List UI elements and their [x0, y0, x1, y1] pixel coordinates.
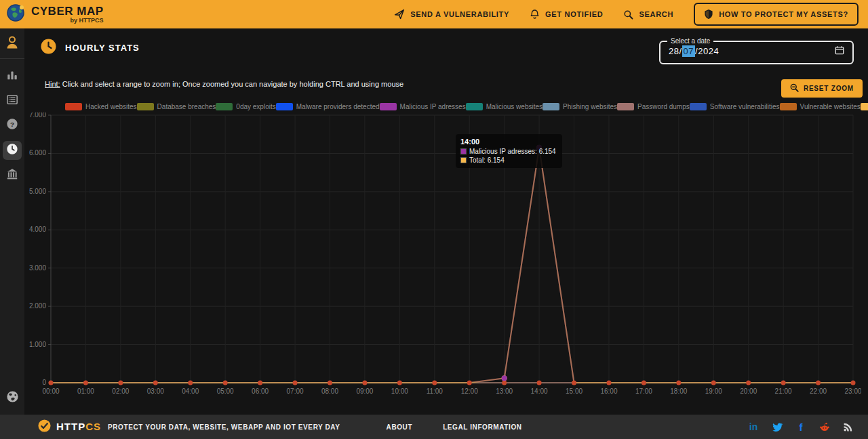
data-point[interactable] [502, 375, 507, 381]
data-point[interactable] [362, 381, 367, 385]
sidebar-item-hourly-stats[interactable] [3, 141, 22, 160]
legend-item[interactable]: Malicious IP adresses [380, 103, 466, 110]
hourly-stats-chart[interactable]: 01.0002.0003.0004.0005.0006.0007.00000:0… [27, 112, 861, 400]
y-axis-tick-label: 1.000 [29, 341, 46, 348]
legend-swatch [380, 103, 397, 110]
footer-brand[interactable]: HTTPCS [0, 419, 101, 435]
date-picker[interactable]: Select a date 28 / 07 / 2024 [659, 37, 854, 64]
get-notified-button[interactable]: GET NOTIFIED [530, 9, 603, 20]
data-point[interactable] [711, 381, 716, 385]
chart-grid: 01.0002.0003.0004.0005.0006.0007.00000:0… [29, 112, 861, 395]
legend-item[interactable]: Database breaches [137, 103, 216, 110]
date-year[interactable]: 2024 [698, 46, 719, 56]
rss-icon[interactable] [842, 421, 854, 433]
legend-item[interactable]: Password dumps [617, 103, 690, 110]
protect-assets-button[interactable]: HOW TO PROTECT MY ASSETS? [694, 3, 859, 26]
data-point[interactable] [293, 381, 298, 385]
sidebar-item-stats[interactable] [3, 68, 21, 85]
check-circle-icon [38, 419, 51, 435]
calendar-icon[interactable] [835, 45, 844, 57]
footer-brand-cs: CS [85, 421, 101, 432]
date-day[interactable]: 28 [669, 46, 679, 56]
main-content: HOURLY STATS Select a date 28 / 07 / 202… [24, 28, 868, 415]
bar-chart-icon [6, 69, 18, 84]
data-point[interactable] [467, 381, 472, 385]
x-axis-tick-label: 10:00 [391, 388, 408, 395]
svg-text:?: ? [10, 121, 14, 128]
x-axis-tick-label: 15:00 [566, 388, 583, 395]
legend-item[interactable]: 0day exploits [216, 103, 275, 110]
data-point[interactable] [153, 381, 158, 385]
chart-data-points [49, 145, 856, 385]
data-point[interactable] [397, 381, 402, 385]
legend-item[interactable]: Phishing websites [542, 103, 617, 110]
table-list-icon [6, 93, 18, 108]
bell-icon [530, 9, 540, 20]
footer-link-about[interactable]: ABOUT [387, 423, 413, 431]
y-axis-tick-label: 2.000 [29, 302, 46, 310]
data-point[interactable] [258, 381, 262, 385]
footer-social: in f [747, 421, 868, 433]
data-point[interactable] [851, 381, 856, 385]
legend-swatch [690, 103, 707, 110]
x-axis-tick-label: 17:00 [635, 388, 652, 395]
y-axis-tick-label: 5.000 [29, 188, 46, 195]
data-point[interactable] [781, 381, 786, 385]
search-button[interactable]: SEARCH [623, 9, 673, 20]
date-month-selected[interactable]: 07 [682, 45, 695, 57]
x-axis-tick-label: 11:00 [427, 388, 443, 395]
data-point[interactable] [432, 381, 437, 385]
legend-label: Database breaches [157, 103, 216, 110]
data-point[interactable] [746, 381, 751, 385]
data-point[interactable] [537, 381, 542, 385]
data-point[interactable] [49, 381, 54, 385]
legend-swatch [276, 103, 293, 110]
sidebar-item-list[interactable] [3, 92, 21, 110]
y-axis-tick-label: 4.000 [29, 226, 46, 233]
reset-zoom-button[interactable]: RESET ZOOM [781, 79, 863, 98]
x-axis-tick-label: 22:00 [810, 388, 827, 395]
legend-label: Hacked websites [85, 103, 137, 110]
twitter-icon[interactable] [771, 421, 783, 433]
footer-link-legal[interactable]: LEGAL INFORMATION [443, 423, 522, 431]
footer-tagline: PROTECT YOUR DATA, WEBSITE, WEBAPP AND I… [108, 423, 340, 431]
header-nav: SEND A VULNERABILITY GET NOTIFIED SEARCH… [394, 3, 868, 26]
data-point[interactable] [188, 381, 193, 385]
data-point[interactable] [536, 145, 542, 150]
data-point[interactable] [606, 381, 611, 385]
left-sidebar: ? [0, 28, 24, 415]
x-axis-tick-label: 00:00 [42, 388, 59, 395]
reddit-icon[interactable] [818, 421, 831, 433]
legend-item[interactable]: Vulnerable websites [780, 103, 861, 110]
legend-item[interactable]: Hacked websites [65, 103, 137, 110]
legend-swatch [617, 103, 634, 110]
data-point[interactable] [83, 381, 88, 385]
data-point[interactable] [223, 381, 228, 385]
data-point[interactable] [118, 381, 123, 385]
linkedin-icon[interactable]: in [747, 421, 760, 433]
data-point[interactable] [502, 381, 507, 385]
data-point[interactable] [572, 381, 576, 385]
brand-logo[interactable]: CYBER MAP by HTTPCS [0, 3, 104, 25]
chart-canvas[interactable]: 01.0002.0003.0004.0005.0006.0007.00000:0… [27, 112, 861, 400]
chart-legend: Hacked websitesDatabase breaches0day exp… [65, 103, 826, 110]
sidebar-item-institution[interactable] [3, 167, 21, 184]
data-point[interactable] [816, 381, 821, 385]
date-picker-label: Select a date [667, 37, 713, 45]
legend-item[interactable]: Malware providers detected [276, 103, 380, 110]
legend-item[interactable]: Total [861, 103, 868, 110]
facebook-icon[interactable]: f [795, 421, 807, 433]
hint-text: Click and select a range to zoom in; Onc… [60, 80, 404, 88]
legend-item[interactable]: Malicious websites [466, 103, 542, 110]
send-vulnerability-button[interactable]: SEND A VULNERABILITY [394, 9, 509, 20]
y-axis-tick-label: 7.000 [29, 112, 46, 119]
legend-item[interactable]: Software vulnerabilities [690, 103, 780, 110]
sidebar-item-language[interactable] [3, 389, 21, 406]
x-axis-tick-label: 19:00 [705, 388, 722, 395]
data-point[interactable] [642, 381, 646, 385]
sidebar-divider [0, 58, 24, 59]
sidebar-item-help[interactable]: ? [3, 117, 21, 134]
data-point[interactable] [328, 381, 332, 385]
sidebar-item-account[interactable] [3, 35, 21, 53]
data-point[interactable] [676, 381, 681, 385]
